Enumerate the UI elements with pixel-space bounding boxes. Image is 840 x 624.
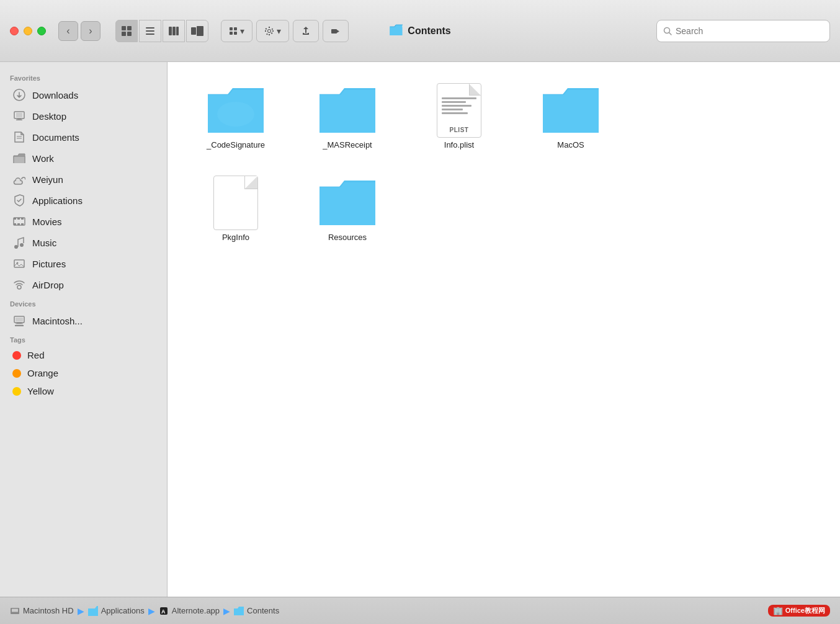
sidebar-item-desktop[interactable]: Desktop xyxy=(2,105,164,127)
sidebar-item-applications[interactable]: Applications xyxy=(2,190,164,211)
file-label: _MASReceipt xyxy=(323,140,372,149)
view-buttons xyxy=(115,20,208,42)
breadcrumb-sep-3: ▶ xyxy=(223,606,230,616)
search-bar[interactable] xyxy=(656,20,830,42)
breadcrumb-alternote[interactable]: A Alternote.app xyxy=(159,606,220,616)
breadcrumb-applications[interactable]: Applications xyxy=(88,606,145,616)
file-area: _CodeSignature _MASReceipt xyxy=(168,62,840,597)
svg-rect-11 xyxy=(197,26,203,36)
svg-rect-4 xyxy=(146,27,154,29)
sidebar-item-tag-orange[interactable]: Orange xyxy=(2,364,164,382)
svg-rect-9 xyxy=(176,27,179,35)
file-item-macos[interactable]: MacOS xyxy=(521,81,620,154)
app-label: Alternote.app xyxy=(172,606,220,615)
view-cover-button[interactable] xyxy=(186,20,208,42)
devices-section-title: Devices xyxy=(0,295,167,310)
sidebar-item-tag-red[interactable]: Red xyxy=(2,346,164,364)
file-label: MacOS xyxy=(557,140,584,149)
sidebar-item-weiyun[interactable]: Weiyun xyxy=(2,169,164,190)
tag-orange-dot xyxy=(12,369,21,378)
plist-icon: PLIST xyxy=(428,86,490,135)
svg-rect-30 xyxy=(14,223,16,225)
desktop-icon xyxy=(12,109,26,123)
svg-rect-23 xyxy=(16,120,22,121)
sidebar-item-pictures[interactable]: Pictures xyxy=(2,253,164,274)
file-grid: _CodeSignature _MASReceipt xyxy=(186,81,821,247)
movies-icon xyxy=(12,215,26,228)
nav-buttons: ‹ › xyxy=(58,21,101,41)
file-item-codesignature[interactable]: _CodeSignature xyxy=(186,81,285,154)
sidebar: Favorites Downloads Desktop xyxy=(0,62,168,597)
sidebar-item-label: AirDrop xyxy=(32,280,64,290)
status-bar: Macintosh HD ▶ Applications ▶ A Alternot… xyxy=(0,597,840,624)
downloads-icon xyxy=(12,88,26,102)
sidebar-item-label: Desktop xyxy=(32,111,66,122)
apps-label: Applications xyxy=(101,606,145,615)
tag-button[interactable] xyxy=(323,20,349,42)
sidebar-item-airdrop[interactable]: AirDrop xyxy=(2,274,164,295)
folder-resources-icon xyxy=(316,178,378,228)
sidebar-item-work[interactable]: Work xyxy=(2,148,164,169)
sidebar-item-macintosh[interactable]: Macintosh... xyxy=(2,310,164,331)
airdrop-icon xyxy=(12,278,26,292)
sidebar-item-downloads[interactable]: Downloads xyxy=(2,84,164,105)
svg-rect-32 xyxy=(21,223,24,225)
view-column-button[interactable] xyxy=(163,20,185,42)
sidebar-item-label: Movies xyxy=(32,216,62,227)
forward-button[interactable]: › xyxy=(81,21,101,41)
share-button[interactable] xyxy=(293,20,319,42)
svg-rect-2 xyxy=(122,32,126,36)
sidebar-item-music[interactable]: Music xyxy=(2,232,164,253)
svg-point-33 xyxy=(14,245,18,249)
music-icon xyxy=(12,236,26,249)
file-label: Info.plist xyxy=(444,140,474,149)
svg-rect-21 xyxy=(16,113,22,117)
tags-section-title: Tags xyxy=(0,331,167,346)
sidebar-item-label: Work xyxy=(32,153,54,164)
sidebar-item-label: Music xyxy=(32,238,56,248)
file-label: Resources xyxy=(328,233,367,242)
breadcrumb-sep-1: ▶ xyxy=(78,606,84,616)
file-label: _CodeSignature xyxy=(207,140,265,149)
sidebar-item-tag-yellow[interactable]: Yellow xyxy=(2,382,164,400)
documents-icon xyxy=(12,130,26,144)
svg-line-18 xyxy=(669,32,672,35)
sidebar-item-label: Pictures xyxy=(32,259,66,269)
app-icon: A xyxy=(159,606,169,616)
search-input[interactable] xyxy=(676,26,823,36)
search-icon xyxy=(663,27,672,35)
close-button[interactable] xyxy=(10,27,19,35)
view-list-button[interactable] xyxy=(139,20,161,42)
breadcrumb-contents[interactable]: Contents xyxy=(234,606,279,615)
svg-rect-13 xyxy=(234,27,237,30)
file-item-masreceipt[interactable]: _MASReceipt xyxy=(298,81,397,154)
breadcrumb-hd[interactable]: Macintosh HD xyxy=(10,606,74,615)
maximize-button[interactable] xyxy=(37,27,46,35)
svg-rect-29 xyxy=(21,218,24,220)
sidebar-item-documents[interactable]: Documents xyxy=(2,127,164,148)
svg-rect-6 xyxy=(146,33,154,35)
dropdown-arrow: ▾ xyxy=(240,26,244,36)
minimize-button[interactable] xyxy=(24,27,32,35)
svg-rect-27 xyxy=(14,218,16,220)
svg-rect-5 xyxy=(146,30,154,32)
file-item-pkginfo[interactable]: PkgInfo xyxy=(186,173,285,247)
svg-rect-10 xyxy=(191,27,196,35)
file-item-resources[interactable]: Resources xyxy=(298,173,397,247)
sidebar-item-movies[interactable]: Movies xyxy=(2,211,164,232)
title-folder-icon xyxy=(389,24,403,38)
back-button[interactable]: ‹ xyxy=(58,21,78,41)
group-button[interactable]: ▾ xyxy=(221,20,252,42)
gear-button[interactable]: ▾ xyxy=(256,20,289,42)
blank-file-icon xyxy=(205,178,267,228)
file-item-infoplist[interactable]: PLIST Info.plist xyxy=(409,81,509,154)
svg-rect-16 xyxy=(331,29,337,33)
svg-rect-8 xyxy=(172,27,176,35)
weiyun-icon xyxy=(12,172,26,186)
svg-point-41 xyxy=(217,102,254,127)
folder-codesignature-icon xyxy=(205,86,267,135)
folder-masreceipt-icon xyxy=(316,86,378,135)
window-title-text: Contents xyxy=(408,25,450,37)
sidebar-item-label: Documents xyxy=(32,132,79,143)
view-icon-button[interactable] xyxy=(115,20,138,42)
